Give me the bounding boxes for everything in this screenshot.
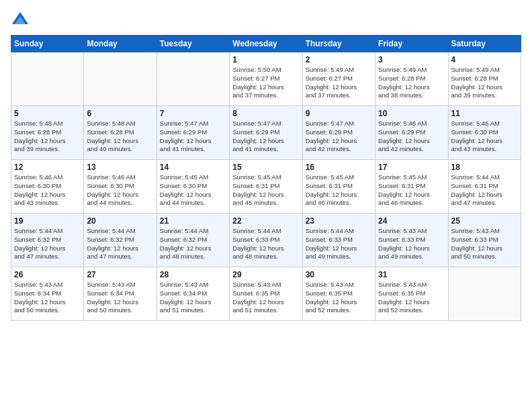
calendar-cell: 20Sunrise: 5:44 AM Sunset: 6:32 PM Dayli… xyxy=(84,214,157,267)
day-of-week-header: Tuesday xyxy=(157,36,229,52)
calendar-cell: 4Sunrise: 5:49 AM Sunset: 6:28 PM Daylig… xyxy=(448,52,521,106)
day-info: Sunrise: 5:45 AM Sunset: 6:31 PM Dayligh… xyxy=(306,173,372,208)
calendar-cell: 18Sunrise: 5:44 AM Sunset: 6:31 PM Dayli… xyxy=(448,160,521,214)
day-of-week-header: Saturday xyxy=(448,36,521,52)
day-info: Sunrise: 5:47 AM Sunset: 6:29 PM Dayligh… xyxy=(232,120,299,154)
calendar-cell: 22Sunrise: 5:44 AM Sunset: 6:33 PM Dayli… xyxy=(230,214,302,267)
day-info: Sunrise: 5:48 AM Sunset: 6:28 PM Dayligh… xyxy=(14,120,81,154)
calendar-cell: 28Sunrise: 5:43 AM Sunset: 6:34 PM Dayli… xyxy=(157,267,229,321)
calendar-cell: 9Sunrise: 5:47 AM Sunset: 6:29 PM Daylig… xyxy=(302,106,375,160)
calendar-week-row: 19Sunrise: 5:44 AM Sunset: 6:32 PM Dayli… xyxy=(11,214,521,267)
day-of-week-header: Wednesday xyxy=(230,36,302,52)
calendar-cell: 26Sunrise: 5:43 AM Sunset: 6:34 PM Dayli… xyxy=(11,267,84,321)
day-info: Sunrise: 5:50 AM Sunset: 6:27 PM Dayligh… xyxy=(232,66,299,100)
day-number: 15 xyxy=(232,163,299,172)
day-info: Sunrise: 5:49 AM Sunset: 6:28 PM Dayligh… xyxy=(378,66,445,100)
day-info: Sunrise: 5:44 AM Sunset: 6:32 PM Dayligh… xyxy=(87,227,153,261)
day-info: Sunrise: 5:45 AM Sunset: 6:31 PM Dayligh… xyxy=(378,173,445,208)
calendar-cell: 8Sunrise: 5:47 AM Sunset: 6:29 PM Daylig… xyxy=(230,106,302,160)
calendar-week-row: 5Sunrise: 5:48 AM Sunset: 6:28 PM Daylig… xyxy=(11,106,521,160)
calendar-cell: 12Sunrise: 5:46 AM Sunset: 6:30 PM Dayli… xyxy=(11,160,84,214)
day-info: Sunrise: 5:49 AM Sunset: 6:27 PM Dayligh… xyxy=(306,66,372,100)
calendar-cell: 6Sunrise: 5:48 AM Sunset: 6:28 PM Daylig… xyxy=(84,106,157,160)
calendar-cell: 27Sunrise: 5:43 AM Sunset: 6:34 PM Dayli… xyxy=(84,267,157,321)
day-number: 30 xyxy=(306,270,372,279)
calendar-cell: 23Sunrise: 5:44 AM Sunset: 6:33 PM Dayli… xyxy=(302,214,375,267)
day-number: 21 xyxy=(160,216,226,226)
day-info: Sunrise: 5:47 AM Sunset: 6:29 PM Dayligh… xyxy=(160,120,226,154)
day-number: 4 xyxy=(451,55,518,64)
calendar-cell: 29Sunrise: 5:43 AM Sunset: 6:35 PM Dayli… xyxy=(230,267,302,321)
calendar-week-row: 26Sunrise: 5:43 AM Sunset: 6:34 PM Dayli… xyxy=(11,267,521,321)
calendar-cell: 24Sunrise: 5:43 AM Sunset: 6:33 PM Dayli… xyxy=(375,214,448,267)
day-number: 25 xyxy=(451,216,518,226)
calendar-cell: 5Sunrise: 5:48 AM Sunset: 6:28 PM Daylig… xyxy=(11,106,84,160)
calendar-cell xyxy=(11,52,84,106)
day-number: 23 xyxy=(306,216,372,226)
day-number: 28 xyxy=(160,270,226,279)
day-number: 26 xyxy=(14,270,81,279)
day-number: 5 xyxy=(14,109,81,118)
calendar-cell: 11Sunrise: 5:46 AM Sunset: 6:30 PM Dayli… xyxy=(448,106,521,160)
calendar-cell: 3Sunrise: 5:49 AM Sunset: 6:28 PM Daylig… xyxy=(375,52,448,106)
day-info: Sunrise: 5:43 AM Sunset: 6:34 PM Dayligh… xyxy=(160,281,226,315)
day-number: 7 xyxy=(160,109,226,118)
logo xyxy=(11,11,32,30)
day-number: 8 xyxy=(232,109,299,118)
day-number: 6 xyxy=(87,109,153,118)
day-of-week-header: Monday xyxy=(84,36,157,52)
day-info: Sunrise: 5:44 AM Sunset: 6:33 PM Dayligh… xyxy=(306,227,372,261)
day-number: 14 xyxy=(160,163,226,172)
day-of-week-header: Thursday xyxy=(302,36,375,52)
logo-icon xyxy=(11,11,30,30)
calendar-header-row: SundayMondayTuesdayWednesdayThursdayFrid… xyxy=(11,36,521,52)
calendar-cell: 2Sunrise: 5:49 AM Sunset: 6:27 PM Daylig… xyxy=(302,52,375,106)
day-info: Sunrise: 5:44 AM Sunset: 6:32 PM Dayligh… xyxy=(160,227,226,261)
calendar-week-row: 1Sunrise: 5:50 AM Sunset: 6:27 PM Daylig… xyxy=(11,52,521,106)
calendar-cell: 7Sunrise: 5:47 AM Sunset: 6:29 PM Daylig… xyxy=(157,106,229,160)
day-number: 17 xyxy=(378,163,445,172)
calendar-cell: 25Sunrise: 5:43 AM Sunset: 6:33 PM Dayli… xyxy=(448,214,521,267)
day-number: 20 xyxy=(87,216,153,226)
day-number: 13 xyxy=(87,163,153,172)
day-info: Sunrise: 5:49 AM Sunset: 6:28 PM Dayligh… xyxy=(451,66,518,100)
day-info: Sunrise: 5:48 AM Sunset: 6:28 PM Dayligh… xyxy=(87,120,153,154)
day-number: 16 xyxy=(306,163,372,172)
day-info: Sunrise: 5:47 AM Sunset: 6:29 PM Dayligh… xyxy=(306,120,372,154)
day-info: Sunrise: 5:43 AM Sunset: 6:35 PM Dayligh… xyxy=(378,281,445,315)
day-number: 22 xyxy=(232,216,299,226)
day-number: 1 xyxy=(232,55,299,64)
calendar-cell: 31Sunrise: 5:43 AM Sunset: 6:35 PM Dayli… xyxy=(375,267,448,321)
calendar-cell xyxy=(157,52,229,106)
calendar-cell: 10Sunrise: 5:46 AM Sunset: 6:29 PM Dayli… xyxy=(375,106,448,160)
day-info: Sunrise: 5:46 AM Sunset: 6:30 PM Dayligh… xyxy=(87,173,153,208)
day-number: 12 xyxy=(14,163,81,172)
calendar-cell xyxy=(448,267,521,321)
calendar-table: SundayMondayTuesdayWednesdayThursdayFrid… xyxy=(11,35,521,321)
day-number: 29 xyxy=(232,270,299,279)
day-number: 18 xyxy=(451,163,518,172)
calendar-cell: 30Sunrise: 5:43 AM Sunset: 6:35 PM Dayli… xyxy=(302,267,375,321)
day-number: 11 xyxy=(451,109,518,118)
calendar-cell: 16Sunrise: 5:45 AM Sunset: 6:31 PM Dayli… xyxy=(302,160,375,214)
calendar-cell: 1Sunrise: 5:50 AM Sunset: 6:27 PM Daylig… xyxy=(230,52,302,106)
day-number: 24 xyxy=(378,216,445,226)
day-number: 27 xyxy=(87,270,153,279)
calendar-cell: 15Sunrise: 5:45 AM Sunset: 6:31 PM Dayli… xyxy=(230,160,302,214)
day-number: 9 xyxy=(306,109,372,118)
day-info: Sunrise: 5:44 AM Sunset: 6:32 PM Dayligh… xyxy=(14,227,81,261)
calendar-cell: 14Sunrise: 5:45 AM Sunset: 6:30 PM Dayli… xyxy=(157,160,229,214)
day-number: 3 xyxy=(378,55,445,64)
day-number: 31 xyxy=(378,270,445,279)
day-info: Sunrise: 5:43 AM Sunset: 6:34 PM Dayligh… xyxy=(87,281,153,315)
day-info: Sunrise: 5:43 AM Sunset: 6:34 PM Dayligh… xyxy=(14,281,81,315)
calendar-cell xyxy=(84,52,157,106)
day-info: Sunrise: 5:46 AM Sunset: 6:29 PM Dayligh… xyxy=(378,120,445,154)
day-info: Sunrise: 5:43 AM Sunset: 6:35 PM Dayligh… xyxy=(306,281,372,315)
calendar-cell: 21Sunrise: 5:44 AM Sunset: 6:32 PM Dayli… xyxy=(157,214,229,267)
day-number: 2 xyxy=(306,55,372,64)
day-of-week-header: Sunday xyxy=(11,36,84,52)
day-info: Sunrise: 5:44 AM Sunset: 6:33 PM Dayligh… xyxy=(232,227,299,261)
day-info: Sunrise: 5:46 AM Sunset: 6:30 PM Dayligh… xyxy=(14,173,81,208)
page-header xyxy=(11,11,521,30)
